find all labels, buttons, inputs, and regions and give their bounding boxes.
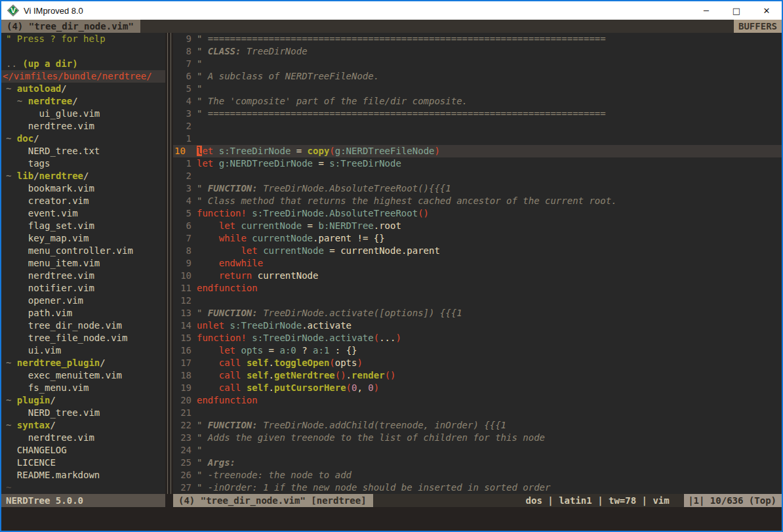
- tree-item[interactable]: </vimfiles/bundle/nerdtree/: [1, 70, 165, 83]
- code-line[interactable]: 4" The 'composite' part of the file/dir …: [173, 95, 782, 108]
- tree-item[interactable]: ~ plugin/: [1, 394, 165, 407]
- tree-item-text: notifier.vim: [6, 282, 94, 295]
- window-separator[interactable]: [165, 33, 173, 494]
- code-line[interactable]: 12: [173, 295, 782, 307]
- tree-item-text: fs_menu.vim: [6, 382, 89, 394]
- code-line[interactable]: 1: [173, 133, 782, 145]
- code-line-text: " ======================================…: [197, 33, 606, 45]
- tree-item[interactable]: menu_controller.vim: [1, 245, 165, 257]
- code-line[interactable]: 4" Class method that returns the highest…: [173, 195, 782, 207]
- tree-item[interactable]: menu_item.vim: [1, 257, 165, 270]
- tree-item[interactable]: NERD_tree.txt: [1, 145, 165, 157]
- minimize-button[interactable]: ─: [691, 1, 721, 20]
- tree-item[interactable]: key_map.vim: [1, 232, 165, 245]
- tree-item-text: " Press ? for help: [6, 33, 106, 45]
- command-line[interactable]: [1, 507, 782, 531]
- code-line[interactable]: 2: [173, 170, 782, 182]
- line-number: 1: [173, 133, 191, 145]
- code-line[interactable]: 22" FUNCTION: TreeDirNode.addChild(treen…: [173, 419, 782, 432]
- code-line[interactable]: 11endfunction: [173, 282, 782, 295]
- code-line[interactable]: 5function! s:TreeDirNode.AbsoluteTreeRoo…: [173, 207, 782, 220]
- tree-item[interactable]: nerdtree.vim: [1, 270, 165, 282]
- tree-item[interactable]: bookmark.vim: [1, 182, 165, 195]
- tree-item-text: flag_set.vim: [6, 220, 94, 232]
- tree-item[interactable]: flag_set.vim: [1, 220, 165, 232]
- code-line[interactable]: 9" =====================================…: [173, 33, 782, 45]
- tree-item[interactable]: CHANGELOG: [1, 444, 165, 457]
- tree-item[interactable]: fs_menu.vim: [1, 382, 165, 394]
- code-line[interactable]: 1let g:NERDTreeDirNode = s:TreeDirNode: [173, 157, 782, 170]
- tree-item[interactable]: ~ doc/: [1, 133, 165, 145]
- code-line[interactable]: 5": [173, 83, 782, 95]
- tree-item[interactable]: tags: [1, 157, 165, 170]
- code-line[interactable]: 17 call self.toggleOpen(opts): [173, 357, 782, 369]
- tree-item[interactable]: ~ nerdtree_plugin/: [1, 357, 165, 369]
- tree-item[interactable]: tree_file_node.vim: [1, 332, 165, 344]
- code-line[interactable]: 26" -treenode: the node to add: [173, 469, 782, 481]
- code-line[interactable]: 6 let currentNode = b:NERDTree.root: [173, 220, 782, 232]
- code-line[interactable]: 24": [173, 444, 782, 457]
- tree-item[interactable]: ~ lib/nerdtree/: [1, 170, 165, 182]
- tab-current[interactable]: (4) "tree_dir_node.vim": [1, 20, 140, 33]
- tree-item[interactable]: notifier.vim: [1, 282, 165, 295]
- tree-item[interactable]: exec_menuitem.vim: [1, 369, 165, 382]
- tree-item[interactable]: " Press ? for help: [1, 33, 165, 45]
- code-line[interactable]: 16 let opts = a:0 ? a:1 : {}: [173, 344, 782, 357]
- line-number: 27: [173, 481, 191, 494]
- tree-item-text: ~ syntax/: [6, 419, 56, 432]
- tree-item[interactable]: .. (up a dir): [1, 58, 165, 70]
- tree-item[interactable]: event.vim: [1, 207, 165, 220]
- code-line[interactable]: 8" CLASS: TreeDirNode: [173, 45, 782, 58]
- code-line[interactable]: 2: [173, 120, 782, 133]
- tree-item[interactable]: LICENCE: [1, 457, 165, 469]
- tree-item-text: ui_glue.vim: [6, 108, 100, 120]
- tree-item[interactable]: creator.vim: [1, 195, 165, 207]
- line-number: 3: [173, 108, 191, 120]
- svg-text:V: V: [10, 7, 16, 14]
- code-line[interactable]: 23" Adds the given treenode to the list …: [173, 432, 782, 444]
- tree-item[interactable]: ~ autoload/: [1, 83, 165, 95]
- tree-item[interactable]: ui_glue.vim: [1, 108, 165, 120]
- tree-item-text: README.markdown: [6, 469, 100, 481]
- buffers-tab[interactable]: BUFFERS: [734, 20, 782, 33]
- tree-item[interactable]: nerdtree.vim: [1, 432, 165, 444]
- code-line-text: while currentNode.parent != {}: [197, 232, 385, 245]
- tree-item[interactable]: opener.vim: [1, 295, 165, 307]
- tree-item-text: menu_controller.vim: [6, 245, 133, 257]
- code-line[interactable]: 9 endwhile: [173, 257, 782, 270]
- code-line[interactable]: 7": [173, 58, 782, 70]
- tree-item[interactable]: ~: [1, 481, 165, 494]
- code-line[interactable]: 8 let currentNode = currentNode.parent: [173, 245, 782, 257]
- tree-item[interactable]: path.vim: [1, 307, 165, 319]
- code-line[interactable]: 19 call self.putCursorHere(0, 0): [173, 382, 782, 394]
- code-line[interactable]: 7 while currentNode.parent != {}: [173, 232, 782, 245]
- tree-item-text: opener.vim: [6, 295, 83, 307]
- close-button[interactable]: ✕: [752, 1, 782, 20]
- code-line-text: return currentNode: [197, 270, 318, 282]
- code-line[interactable]: 3" FUNCTION: TreeDirNode.AbsoluteTreeRoo…: [173, 182, 782, 195]
- code-line[interactable]: 3" =====================================…: [173, 108, 782, 120]
- code-line[interactable]: 13" FUNCTION: TreeDirNode.activate([opti…: [173, 307, 782, 319]
- caption-buttons: ─ □ ✕: [691, 1, 782, 20]
- tree-item[interactable]: NERD_tree.vim: [1, 407, 165, 419]
- code-line[interactable]: 10let s:TreeDirNode = copy(g:NERDTreeFil…: [173, 145, 782, 157]
- tree-item[interactable]: README.markdown: [1, 469, 165, 481]
- code-line[interactable]: 10 return currentNode: [173, 270, 782, 282]
- tree-item[interactable]: tree_dir_node.vim: [1, 319, 165, 332]
- line-number: 14: [173, 319, 191, 332]
- maximize-button[interactable]: □: [721, 1, 752, 20]
- code-line[interactable]: 25" Args:: [173, 457, 782, 469]
- code-line[interactable]: 21: [173, 407, 782, 419]
- tree-item[interactable]: ~ syntax/: [1, 419, 165, 432]
- code-line-text: " The 'composite' part of the file/dir c…: [197, 95, 468, 108]
- tree-item[interactable]: [1, 45, 165, 58]
- code-line[interactable]: 6" A subclass of NERDTreeFileNode.: [173, 70, 782, 83]
- code-line[interactable]: 18 call self.getNerdtree().render(): [173, 369, 782, 382]
- code-line[interactable]: 20endfunction: [173, 394, 782, 407]
- tree-item[interactable]: ~ nerdtree/: [1, 95, 165, 108]
- tree-item[interactable]: nerdtree.vim: [1, 120, 165, 133]
- code-line[interactable]: 15function! s:TreeDirNode.activate(...): [173, 332, 782, 344]
- code-line[interactable]: 27" -inOrder: 1 if the new node should b…: [173, 481, 782, 494]
- tree-item[interactable]: ui.vim: [1, 344, 165, 357]
- code-line[interactable]: 14unlet s:TreeDirNode.activate: [173, 319, 782, 332]
